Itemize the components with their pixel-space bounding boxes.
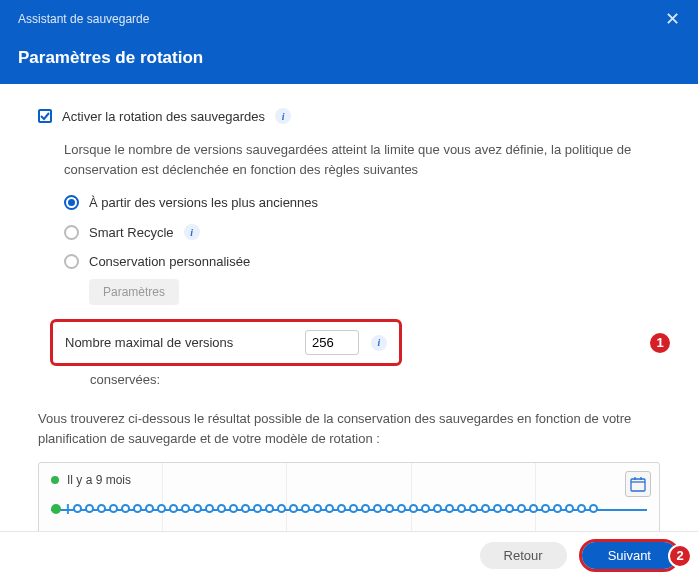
enable-rotation-row[interactable]: Activer la rotation des sauvegardes i <box>38 108 660 124</box>
radio-oldest-first[interactable]: À partir des versions les plus anciennes <box>64 195 660 210</box>
timeline-start-dot <box>51 504 61 514</box>
enable-rotation-checkbox[interactable] <box>38 109 52 123</box>
callout-marker-2: 2 <box>668 544 692 568</box>
timeline-cluster-icon: ||| <box>66 503 68 514</box>
max-versions-label: Nombre maximal de versions <box>65 335 293 350</box>
info-icon[interactable]: i <box>371 335 387 351</box>
radio-custom[interactable]: Conservation personnalisée <box>64 254 660 269</box>
radio-label: À partir des versions les plus anciennes <box>89 195 318 210</box>
info-icon[interactable]: i <box>184 224 200 240</box>
callout-marker-1: 1 <box>648 331 672 355</box>
enable-rotation-label: Activer la rotation des sauvegardes <box>62 109 265 124</box>
timeline-description: Vous trouverez ci-dessous le résultat po… <box>38 409 660 448</box>
close-icon[interactable]: ✕ <box>665 10 680 28</box>
info-icon[interactable]: i <box>275 108 291 124</box>
radio-smart-recycle[interactable]: Smart Recycle i <box>64 224 660 240</box>
retention-timeline: Il y a 9 mois ||| <box>38 462 660 535</box>
radio-icon <box>64 225 79 240</box>
timeline-track: ||| <box>51 503 647 514</box>
wizard-footer: Retour Suivant 2 <box>0 531 698 579</box>
timeline-label: Il y a 9 mois <box>67 473 131 487</box>
conserved-label: conservées: <box>64 372 660 387</box>
page-title: Paramètres de rotation <box>18 48 680 68</box>
radio-icon <box>64 254 79 269</box>
retention-radio-group: À partir des versions les plus anciennes… <box>38 195 660 387</box>
content-area: Activer la rotation des sauvegardes i Lo… <box>0 84 698 535</box>
back-button[interactable]: Retour <box>480 542 567 569</box>
check-icon <box>40 111 50 121</box>
timeline-anchor-dot-icon <box>51 476 59 484</box>
custom-settings-button: Paramètres <box>89 279 179 305</box>
max-versions-input[interactable] <box>305 330 359 355</box>
radio-icon <box>64 195 79 210</box>
radio-label: Conservation personnalisée <box>89 254 250 269</box>
next-button[interactable]: Suivant <box>582 542 677 569</box>
rotation-description: Lorsque le nombre de versions sauvegardé… <box>38 140 660 179</box>
max-versions-highlight: Nombre maximal de versions i 1 <box>50 319 660 366</box>
next-button-highlight: Suivant 2 <box>579 539 680 572</box>
wizard-header: Assistant de sauvegarde ✕ Paramètres de … <box>0 0 698 84</box>
assistant-label: Assistant de sauvegarde <box>18 12 149 26</box>
radio-label: Smart Recycle <box>89 225 174 240</box>
